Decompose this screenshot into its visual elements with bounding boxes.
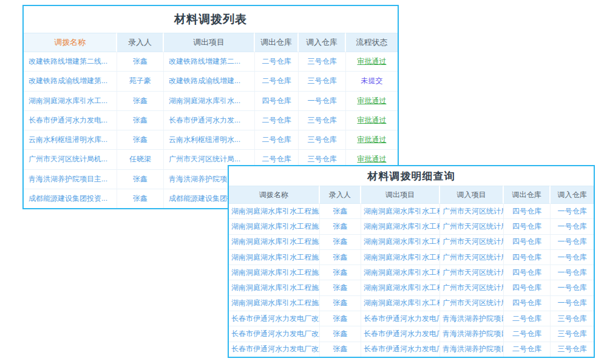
cell-in-project: 广州市天河区统计局机关大楼 [440,250,504,265]
cell-status-link[interactable]: 审批通过 [346,92,398,110]
cell-entry-person: 张鑫 [117,130,164,149]
cell-in-warehouse: 三号仓库 [551,326,594,341]
detail-header-in-project: 调入项目 [440,186,504,204]
cell-out-warehouse: 四号仓库 [255,92,299,110]
table-row[interactable]: 长春市伊通河水力发电...张鑫长春市伊通河水力发...二号仓库三号仓库审批通过 [24,111,398,130]
cell-in-warehouse: 一号仓库 [551,204,594,218]
table-row[interactable]: 湖南洞庭湖水库引水工程施工标段张鑫湖南洞庭湖水库引水工程施工标段广州市天河区统计… [229,296,594,311]
cell-entry-person: 张鑫 [320,204,361,218]
cell-entry-person: 张鑫 [320,296,361,311]
cell-entry-person: 任晓渠 [117,150,164,169]
cell-status-link[interactable]: 未提交 [346,72,398,90]
cell-in-warehouse: 三号仓库 [299,130,346,149]
table-row[interactable]: 湖南洞庭湖水库引水工程施工标段张鑫湖南洞庭湖水库引水工程施工标段广州市天河区统计… [229,204,594,219]
cell-entry-person: 张鑫 [320,235,361,249]
table-row[interactable]: 湖南洞庭湖水库引水工程施工标段张鑫湖南洞庭湖水库引水工程施工标段广州市天河区统计… [229,235,594,250]
detail-header-entry-person: 录入人 [320,186,361,204]
table-row[interactable]: 湖南洞庭湖水库引水工程施工标段张鑫湖南洞庭湖水库引水工程施工标段广州市天河区统计… [229,250,594,265]
cell-entry-person: 张鑫 [320,219,361,234]
detail-window-title: 材料调拨明细查询 [229,166,594,186]
cell-transfer-name: 改建铁路成渝线增建第... [24,72,117,90]
cell-out-project: 改建铁路成渝线增建... [164,72,255,90]
cell-out-warehouse: 二号仓库 [255,130,299,149]
cell-transfer-name: 湖南洞庭湖水库引水工... [24,92,117,110]
cell-transfer-name: 湖南洞庭湖水库引水工程施工标段 [229,204,320,218]
cell-in-warehouse: 三号仓库 [299,52,346,71]
cell-entry-person: 张鑫 [320,280,361,295]
detail-header-out-project: 调出项目 [361,186,440,204]
table-row[interactable]: 云南水利枢纽潜明水库...张鑫云南水利枢纽潜明水...二号仓库三号仓库审批通过 [24,130,398,150]
cell-status-link[interactable]: 审批通过 [346,130,398,149]
list-header-entry-person: 录入人 [117,33,164,52]
cell-in-project: 青海洪湖养护院项目 [440,342,504,357]
cell-entry-person: 苑子豪 [117,72,164,90]
cell-out-project: 湖南洞庭湖水库引水工程施工标段 [361,235,440,249]
list-header-status: 流程状态 [346,33,398,52]
cell-in-warehouse: 一号仓库 [551,265,594,280]
cell-out-warehouse: 四号仓库 [504,219,551,234]
cell-transfer-name: 长春市伊通河水力发电... [24,111,117,130]
cell-out-warehouse: 四号仓库 [504,204,551,218]
table-row[interactable]: 改建铁路成渝线增建第...苑子豪改建铁路成渝线增建...二号仓库三号仓库未提交 [24,72,398,91]
cell-out-warehouse: 二号仓库 [504,311,551,326]
cell-transfer-name: 湖南洞庭湖水库引水工程施工标段 [229,250,320,265]
cell-in-project: 青海洪湖养护院项目 [440,326,504,341]
cell-transfer-name: 青海洪湖养护院项目主... [24,170,117,189]
cell-entry-person: 张鑫 [320,250,361,265]
cell-in-project: 青海洪湖养护院项目 [440,311,504,326]
list-header-transfer-name[interactable]: 调拨名称 [24,33,117,52]
table-row[interactable]: 长春市伊通河水力发电厂改建工程张鑫长春市伊通河水力发电厂改建工程青海洪湖养护院项… [229,342,594,357]
cell-out-project: 长春市伊通河水力发电厂改建工程 [361,342,440,357]
material-transfer-detail-window: 材料调拨明细查询 调拨名称 录入人 调出项目 调入项目 调出仓库 调入仓库 湖南… [228,165,595,358]
cell-status-link[interactable]: 审批通过 [346,52,398,71]
cell-in-project: 广州市天河区统计局机关大楼 [440,204,504,218]
table-row[interactable]: 湖南洞庭湖水库引水工程施工标段张鑫湖南洞庭湖水库引水工程施工标段广州市天河区统计… [229,280,594,295]
cell-out-warehouse: 四号仓库 [504,235,551,249]
cell-transfer-name: 湖南洞庭湖水库引水工程施工标段 [229,235,320,249]
cell-out-warehouse: 四号仓库 [504,250,551,265]
table-row[interactable]: 长春市伊通河水力发电厂改建工程张鑫长春市伊通河水力发电厂改建工程青海洪湖养护院项… [229,311,594,326]
cell-in-warehouse: 一号仓库 [551,250,594,265]
cell-out-warehouse: 二号仓库 [255,52,299,71]
cell-in-warehouse: 一号仓库 [551,235,594,249]
table-row[interactable]: 湖南洞庭湖水库引水工...张鑫湖南洞庭湖水库引水...四号仓库一号仓库审批通过 [24,92,398,111]
cell-out-warehouse: 二号仓库 [504,326,551,341]
cell-out-warehouse: 二号仓库 [255,111,299,130]
cell-transfer-name: 长春市伊通河水力发电厂改建工程 [229,326,320,341]
cell-entry-person: 张鑫 [117,52,164,71]
cell-in-warehouse: 一号仓库 [551,296,594,311]
detail-header-out-warehouse: 调出仓库 [504,186,551,204]
cell-in-project: 广州市天河区统计局机关大楼 [440,219,504,234]
cell-out-warehouse: 二号仓库 [255,72,299,90]
table-row[interactable]: 长春市伊通河水力发电厂改建工程张鑫长春市伊通河水力发电厂改建工程青海洪湖养护院项… [229,326,594,342]
cell-out-project: 湖南洞庭湖水库引水工程施工标段 [361,265,440,280]
cell-transfer-name: 湖南洞庭湖水库引水工程施工标段 [229,280,320,295]
cell-entry-person: 张鑫 [117,111,164,130]
detail-header-in-warehouse: 调入仓库 [551,186,594,204]
cell-transfer-name: 长春市伊通河水力发电厂改建工程 [229,311,320,326]
cell-in-warehouse: 一号仓库 [299,92,346,110]
cell-out-warehouse: 四号仓库 [504,265,551,280]
cell-in-project: 广州市天河区统计局机关大楼 [440,265,504,280]
table-row[interactable]: 改建铁路线增建第二线...张鑫改建铁路线增建第二...二号仓库三号仓库审批通过 [24,52,398,72]
cell-transfer-name: 改建铁路线增建第二线... [24,52,117,71]
cell-status-link[interactable]: 审批通过 [346,111,398,130]
list-header-out-warehouse: 调出仓库 [255,33,299,52]
cell-transfer-name: 湖南洞庭湖水库引水工程施工标段 [229,219,320,234]
cell-transfer-name: 长春市伊通河水力发电厂改建工程 [229,342,320,357]
cell-entry-person: 张鑫 [117,189,164,208]
cell-out-warehouse: 二号仓库 [504,342,551,357]
cell-in-warehouse: 一号仓库 [551,219,594,234]
detail-table-body: 湖南洞庭湖水库引水工程施工标段张鑫湖南洞庭湖水库引水工程施工标段广州市天河区统计… [229,204,594,357]
cell-entry-person: 张鑫 [320,342,361,357]
list-window-title: 材料调拨列表 [24,6,398,33]
cell-in-warehouse: 三号仓库 [299,72,346,90]
cell-transfer-name: 湖南洞庭湖水库引水工程施工标段 [229,265,320,280]
cell-in-warehouse: 三号仓库 [551,311,594,326]
cell-out-project: 改建铁路线增建第二... [164,52,255,71]
cell-out-warehouse: 四号仓库 [504,296,551,311]
table-row[interactable]: 湖南洞庭湖水库引水工程施工标段张鑫湖南洞庭湖水库引水工程施工标段广州市天河区统计… [229,265,594,280]
table-row[interactable]: 湖南洞庭湖水库引水工程施工标段张鑫湖南洞庭湖水库引水工程施工标段广州市天河区统计… [229,219,594,234]
cell-transfer-name: 云南水利枢纽潜明水库... [24,130,117,149]
cell-entry-person: 张鑫 [320,311,361,326]
